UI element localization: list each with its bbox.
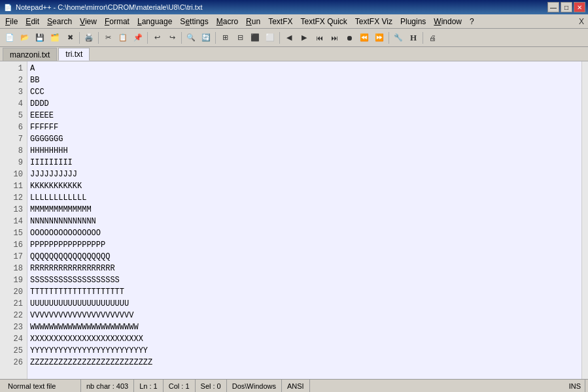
window-title: Notepad++ - C:\home\mirror\CDROM\materia… [16, 3, 547, 11]
open-button[interactable]: 📂 [18, 31, 32, 45]
code-line: TTTTTTTTTTTTTTTTTTTT [30, 286, 579, 298]
editor-container: 1234567891011121314151617181920212223242… [0, 61, 588, 379]
menu-edit[interactable]: Edit [22, 16, 43, 27]
code-line: EEEEE [30, 110, 579, 122]
app-icon: 📄 [3, 2, 13, 12]
zoom-in-button[interactable]: ⊞ [218, 31, 232, 45]
line-number: 19 [0, 274, 27, 286]
print2-button[interactable]: 🖨 [425, 31, 440, 45]
status-ins: INS [565, 380, 585, 392]
menu-macro[interactable]: Macro [213, 16, 242, 27]
tb-btn-a[interactable]: ⬛ [248, 31, 262, 45]
close-button[interactable]: ✕ [574, 2, 585, 12]
tb-btn-b[interactable]: ⬜ [263, 31, 277, 45]
tb-btn-f[interactable]: ⏭ [327, 31, 341, 45]
line-number: 9 [0, 157, 27, 169]
line-number: 17 [0, 251, 27, 263]
code-line: WWWWWWWWWWWWWWWWWWWWWWW [30, 321, 579, 333]
menu-file[interactable]: File [1, 16, 22, 27]
redo-button[interactable]: ↪ [165, 31, 179, 45]
new-button[interactable]: 📄 [3, 31, 17, 45]
code-line: XXXXXXXXXXXXXXXXXXXXXXXX [30, 333, 579, 345]
line-number: 20 [0, 286, 27, 298]
line-number: 23 [0, 321, 27, 333]
menu-window[interactable]: Window [430, 16, 466, 27]
print-button[interactable]: 🖨️ [82, 31, 96, 45]
paste-button[interactable]: 📌 [131, 31, 145, 45]
code-line: BB [30, 74, 579, 86]
toolbar-sep-3 [147, 32, 148, 44]
toolbar-sep-6 [279, 32, 280, 44]
line-number: 6 [0, 122, 27, 133]
toolbar-sep-7 [389, 32, 389, 44]
menu-textfx[interactable]: TextFX [264, 16, 296, 27]
status-col: Col : 1 [164, 380, 196, 392]
toolbar-sep-4 [181, 32, 182, 44]
tb-btn-g[interactable]: ⏺ [342, 31, 356, 45]
line-number: 1 [0, 63, 27, 74]
toolbar-sep-1 [79, 32, 80, 44]
maximize-button[interactable]: □ [561, 2, 572, 12]
menu-textfx-viz[interactable]: TextFX Viz [351, 16, 396, 27]
code-line: A [30, 63, 579, 74]
line-number: 21 [0, 298, 27, 310]
menu-view[interactable]: View [76, 16, 101, 27]
menu-run[interactable]: Run [242, 16, 264, 27]
code-line: CCC [30, 86, 579, 98]
line-number: 25 [0, 345, 27, 357]
tab-manzoni-label: manzoni.txt [10, 50, 50, 59]
tab-manzoni[interactable]: manzoni.txt [3, 48, 57, 61]
line-number: 22 [0, 310, 27, 321]
copy-button[interactable]: 📋 [116, 31, 130, 45]
code-line: RRRRRRRRRRRRRRRRRR [30, 263, 579, 274]
menu-format[interactable]: Format [101, 16, 133, 27]
line-number: 2 [0, 74, 27, 86]
code-line: HHHHHHHH [30, 145, 579, 157]
save-all-button[interactable]: 🗂️ [48, 31, 62, 45]
tb-btn-j[interactable]: 🔧 [391, 31, 406, 45]
code-line: SSSSSSSSSSSSSSSSSSS [30, 274, 579, 286]
save-button[interactable]: 💾 [33, 31, 47, 45]
menu-bar: File Edit Search View Format Language Se… [0, 14, 588, 29]
tb-btn-c[interactable]: ◀ [282, 31, 296, 45]
cut-button[interactable]: ✂ [101, 31, 115, 45]
editor-content[interactable]: ABBCCCDDDDEEEEEFFFFFFGGGGGGGHHHHHHHHIIII… [27, 61, 581, 379]
tb-btn-k[interactable]: H [406, 31, 421, 45]
line-number: 7 [0, 133, 27, 145]
menu-settings[interactable]: Settings [176, 16, 212, 27]
tb-btn-h[interactable]: ⏪ [357, 31, 372, 45]
tb-btn-i[interactable]: ⏩ [372, 31, 387, 45]
toolbar-sep-8 [423, 32, 423, 44]
tabs-bar: manzoni.txt tri.txt [0, 47, 588, 61]
code-line: YYYYYYYYYYYYYYYYYYYYYYYYY [30, 345, 579, 357]
line-number: 16 [0, 239, 27, 251]
tab-tri[interactable]: tri.txt [58, 48, 90, 61]
menu-textfx-quick[interactable]: TextFX Quick [296, 16, 351, 27]
line-number: 18 [0, 263, 27, 274]
code-line: ZZZZZZZZZZZZZZZZZZZZZZZZZZ [30, 357, 579, 368]
menu-search[interactable]: Search [43, 16, 76, 27]
code-line: VVVVVVVVVVVVVVVVVVVVVV [30, 310, 579, 321]
code-line: IIIIIIIII [30, 157, 579, 169]
close-button-tb[interactable]: ✖ [63, 31, 77, 45]
code-line: UUUUUUUUUUUUUUUUUUUUU [30, 298, 579, 310]
line-number: 12 [0, 192, 27, 204]
code-line: FFFFFF [30, 122, 579, 133]
line-number: 26 [0, 357, 27, 368]
undo-button[interactable]: ↩ [150, 31, 164, 45]
zoom-out-button[interactable]: ⊟ [233, 31, 247, 45]
replace-button[interactable]: 🔄 [199, 31, 213, 45]
close-x[interactable]: X [478, 17, 587, 26]
tb-btn-d[interactable]: ▶ [297, 31, 311, 45]
status-sel: Sel : 0 [196, 380, 227, 392]
code-line: PPPPPPPPPPPPPPPP [30, 239, 579, 251]
line-number: 14 [0, 216, 27, 227]
code-line: DDDD [30, 98, 579, 110]
menu-language[interactable]: Language [133, 16, 176, 27]
find-button[interactable]: 🔍 [184, 31, 198, 45]
menu-help[interactable]: ? [466, 16, 478, 27]
tb-btn-e[interactable]: ⏮ [312, 31, 326, 45]
menu-plugins[interactable]: Plugins [396, 16, 430, 27]
status-line-ending: Dos\Windows [227, 380, 282, 392]
minimize-button[interactable]: — [547, 2, 559, 12]
